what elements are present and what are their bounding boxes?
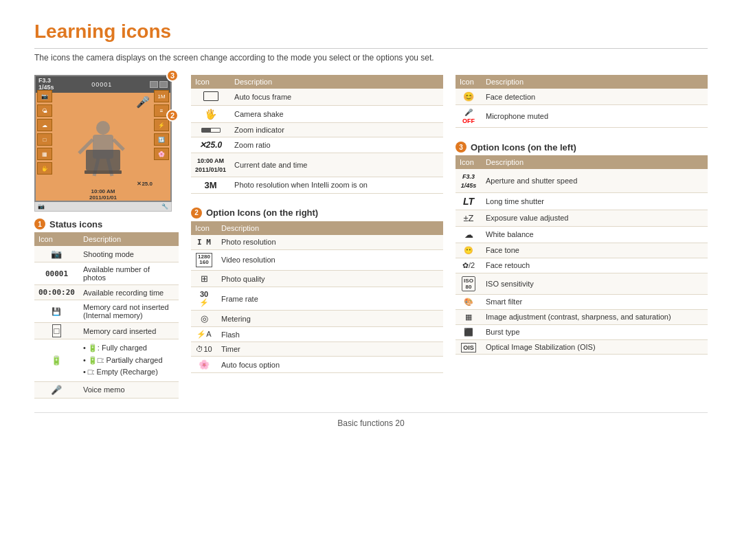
quality-icon: ⊞ — [201, 273, 208, 284]
face-detect-icon: 😊 — [463, 91, 474, 102]
svg-rect-6 — [86, 150, 120, 170]
desc-face-retouch: Face retouch — [482, 258, 708, 273]
table-row: 00:00:20 Available recording time — [34, 285, 179, 300]
table-row: ✕25.0 Zoom ratio — [191, 137, 443, 153]
battery-group: •🔋: Fully charged •🔋□: Partially charged… — [83, 342, 175, 379]
icon-cell-rectime: 00:00:20 — [34, 285, 79, 300]
table-row: ±Z Exposure value adjusted — [456, 210, 708, 226]
desc-af-opt: Auto focus option — [217, 357, 443, 373]
cam-silhouette — [72, 115, 134, 181]
table-row: ISO80 ISO sensitivity — [456, 273, 708, 294]
cam-top-icon1 — [150, 81, 158, 88]
cam-bottom-bar: 📷 🔧 — [34, 202, 172, 212]
option-left-table: Icon Description F3.31/45s Aperture and … — [456, 155, 708, 355]
icon-cell-x25: ✕25.0 — [191, 137, 230, 153]
table-row: 😶 Face tone — [456, 243, 708, 258]
desc-quality: Photo quality — [217, 271, 443, 287]
icon-cell-ois: OIS — [456, 339, 482, 354]
icon-cell-smart: 🎨 — [456, 294, 482, 309]
battery-partial: •🔋□: Partially charged — [83, 355, 175, 367]
rec-time-icon: 00:00:20 — [38, 288, 75, 297]
camera-screen: F3.31/45s 00001 📷 🌤 ☁ □ ▦ — [34, 75, 172, 202]
desc-meter: Metering — [217, 311, 443, 327]
table-row: 00001 Available number of photos — [34, 262, 179, 285]
icon-cell-face-retouch: ✿/2 — [456, 258, 482, 273]
main-content: 1 2 F3.31/45s 00001 📷 — [34, 75, 708, 404]
cam-right-1: 1M — [154, 90, 169, 102]
cam-left-2: 🌤 — [37, 104, 52, 117]
cam-bottom-right: 🔧 — [161, 203, 168, 210]
page-title: Learning icons — [34, 21, 708, 49]
footer: Basic functions 20 — [34, 412, 708, 428]
svg-point-0 — [96, 121, 110, 135]
icon-cell-face-tone: 😶 — [456, 243, 482, 258]
face-det-section: Icon Description 😊 Face detection — [456, 75, 708, 128]
table-row: ⊞ Photo quality — [191, 271, 443, 287]
table-row: I M Photo resolution — [191, 235, 443, 250]
battery-icon: 🔋 — [51, 355, 62, 366]
3m-icon: 3M — [204, 180, 216, 190]
table-row: ☁ White balance — [456, 226, 708, 243]
flash-icon: ⚡A — [196, 330, 211, 338]
desc-adj: Image adjustment (contrast, sharpness, a… — [482, 309, 708, 324]
battery-empty: •□: Empty (Recharge) — [83, 366, 175, 379]
voice-icon: 🎤 — [51, 385, 62, 395]
cam-center: 🎤 — [54, 89, 153, 201]
cam-right-4: 🔃 — [154, 133, 169, 146]
burst-icon: ⬛ — [464, 328, 473, 336]
table-row: 🎤 Voice memo — [34, 381, 179, 398]
icon-cell-00001: 00001 — [34, 262, 79, 285]
ol-th-icon: Icon — [456, 155, 482, 169]
table-row: ✿/2 Face retouch — [456, 258, 708, 273]
fd-th-desc: Description — [482, 75, 708, 89]
zoom-bar-icon — [201, 128, 221, 133]
table-row: OIS Optical Image Stabilization (OIS) — [456, 339, 708, 354]
icon-cell-zoom-bar — [191, 123, 230, 137]
cam-mic-icon: 🎤 — [136, 96, 150, 109]
icon-cell-face-det: 😊 — [456, 89, 482, 105]
icon-cell-meter: ◎ — [191, 311, 217, 327]
desc-smart: Smart filter — [482, 294, 708, 309]
or-th-desc: Description — [217, 221, 443, 235]
table-row: Zoom indicator — [191, 123, 443, 137]
iso-icon: ISO80 — [462, 276, 475, 291]
icon-cell-ev: ±Z — [456, 210, 482, 226]
desc-lt: Long time shutter — [482, 192, 708, 210]
top-table: Icon Description Auto focus frame 🖐 Came… — [191, 75, 443, 194]
table-row: ▦ Image adjustment (contrast, sharpness,… — [456, 309, 708, 324]
mem-int-icon: 💾 — [52, 307, 61, 315]
table-row: 1280160 Video resolution — [191, 249, 443, 271]
option-right-title: 2 Option Icons (on the right) — [191, 208, 443, 219]
cam-left-icons: 📷 🌤 ☁ □ ▦ 🖐 — [36, 89, 54, 176]
cam-right-icons: 1M ≡ ⚡ 🔃 🌸 — [153, 89, 170, 161]
top-th-desc: Description — [230, 75, 443, 89]
desc-battery: •🔋: Fully charged •🔋□: Partially charged… — [79, 339, 179, 382]
desc-face-det: Face detection — [482, 89, 708, 105]
option-right-badge: 2 — [191, 208, 202, 219]
desc-voice: Voice memo — [79, 381, 179, 398]
desc-timer: Timer — [217, 342, 443, 357]
ois-icon: OIS — [461, 343, 476, 352]
icon-cell-timer: ⏱10 — [191, 342, 217, 357]
or-th-icon: Icon — [191, 221, 217, 235]
icon-cell-time: 10:00 AM2011/01/01 — [191, 153, 230, 177]
icon-cell-iso: ISO80 — [456, 273, 482, 294]
icon-cell-shake: 🖐 — [191, 106, 230, 123]
face-det-table: Icon Description 😊 Face detection — [456, 75, 708, 128]
footer-text: Basic functions 20 — [337, 418, 404, 428]
table-row: 💾 Memory card not inserted (Internal mem… — [34, 300, 179, 323]
face-tone-icon: 😶 — [464, 246, 473, 254]
desc-rectime: Available recording time — [79, 285, 179, 300]
cam-right-3: ⚡ — [154, 119, 169, 131]
desc-zoom-ratio: Zoom ratio — [230, 137, 443, 153]
cam-top-icon2 — [159, 81, 168, 88]
svg-line-3 — [113, 139, 124, 150]
desc-videores: Video resolution — [217, 249, 443, 271]
cam-left-3: ☁ — [37, 119, 52, 131]
table-row: 🌸 Auto focus option — [191, 357, 443, 373]
table-row: ⏱10 Timer — [191, 342, 443, 357]
table-row: Auto focus frame — [191, 89, 443, 106]
desc-aperture: Aperture and shutter speed — [482, 169, 708, 192]
desc-af-frame: Auto focus frame — [230, 89, 443, 106]
option-left-label: Option Icons (on the left) — [471, 142, 576, 153]
